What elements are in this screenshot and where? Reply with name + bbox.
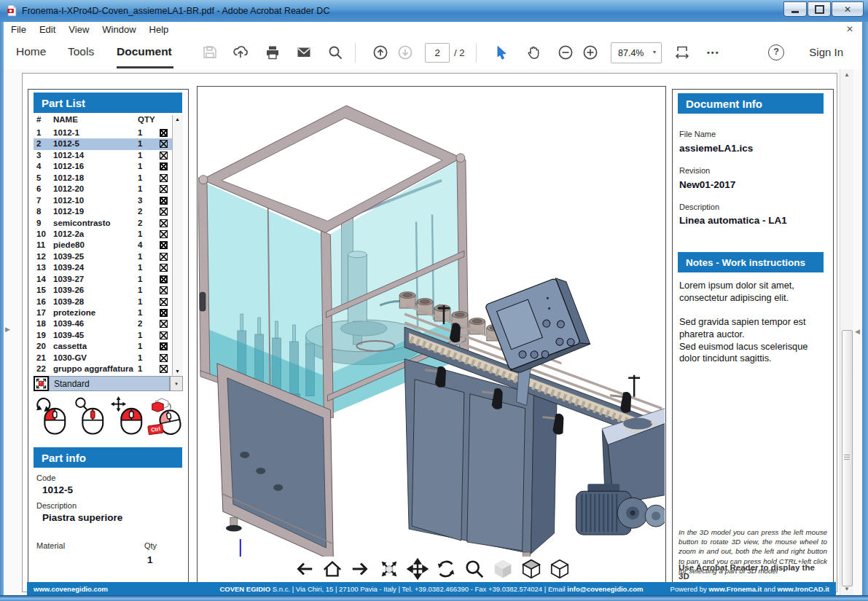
menu-edit[interactable]: Edit [39, 24, 55, 35]
part-visibility-checkbox[interactable] [160, 162, 168, 170]
tab-home[interactable]: Home [16, 45, 46, 58]
tab-tools[interactable]: Tools [68, 45, 94, 58]
page-number-input[interactable]: 2 [425, 43, 450, 63]
dropdown-arrow-icon[interactable]: ▾ [170, 376, 183, 391]
zoom-in-icon[interactable] [582, 44, 598, 60]
scrollbar-thumb[interactable] [842, 330, 853, 586]
part-list-row[interactable]: 31012-141 [34, 150, 173, 161]
zoom-level-select[interactable]: 87.4% ▾ [611, 42, 662, 63]
zoom-fit-icon[interactable] [378, 558, 400, 580]
next-page-icon[interactable] [397, 44, 413, 60]
scroll-up-icon[interactable]: ▲ [173, 117, 182, 122]
sign-in-button[interactable]: Sign In [809, 46, 843, 58]
part-list-row[interactable]: 131039-241 [34, 262, 173, 273]
hand-tool-icon[interactable] [525, 44, 541, 60]
render-solid-icon[interactable] [492, 558, 514, 580]
part-list-row[interactable]: 181039-462 [34, 318, 173, 329]
part-list-row[interactable]: 41012-161 [34, 161, 173, 172]
left-pane-collapse-icon[interactable]: ▶ [5, 326, 10, 333]
pan-icon[interactable] [407, 558, 429, 580]
part-visibility-checkbox[interactable] [160, 320, 168, 328]
part-visibility-checkbox[interactable] [160, 365, 168, 373]
zoom-out-icon[interactable] [558, 44, 574, 60]
forward-view-icon[interactable] [350, 558, 372, 580]
part-list-row[interactable]: 191039-451 [34, 330, 173, 341]
email-icon[interactable] [296, 44, 312, 60]
part-list-row[interactable]: 20cassetta1 [34, 341, 173, 352]
part-visibility-checkbox[interactable] [160, 185, 168, 193]
part-list-row[interactable]: 11piede804 [34, 240, 173, 251]
part-visibility-checkbox[interactable] [160, 309, 168, 317]
part-visibility-checkbox[interactable] [160, 275, 168, 283]
footer-fronema-link[interactable]: www.Fronema.it [708, 585, 762, 593]
part-visibility-checkbox[interactable] [160, 219, 168, 227]
save-icon[interactable] [202, 44, 218, 60]
view-selector[interactable]: Standard ▾ [34, 376, 183, 391]
part-visibility-checkbox[interactable] [160, 342, 168, 350]
help-icon[interactable]: ? [768, 44, 784, 60]
more-tools-icon[interactable]: ••• [707, 48, 720, 57]
maximize-button[interactable] [808, 1, 831, 17]
part-list-row[interactable]: 51012-181 [34, 173, 173, 184]
render-wireframe-icon[interactable] [549, 558, 571, 580]
part-visibility-checkbox[interactable] [160, 208, 168, 216]
previous-page-icon[interactable] [372, 44, 388, 60]
part-list-row[interactable]: 71012-103 [34, 195, 173, 206]
page-fit-icon[interactable] [674, 44, 690, 60]
part-visibility-checkbox[interactable] [160, 152, 168, 160]
part-visibility-checkbox[interactable] [160, 241, 168, 249]
part-list-row[interactable]: 9semicontrasto2 [34, 218, 173, 229]
vertical-scrollbar[interactable]: ▲ ▼ [840, 69, 853, 595]
rotate-icon[interactable] [435, 558, 457, 580]
part-list-row-selected[interactable]: 21012-51 [34, 138, 173, 149]
tab-document[interactable]: Document [117, 45, 172, 58]
part-visibility-checkbox[interactable] [160, 197, 168, 205]
part-list-row[interactable]: 81012-192 [34, 206, 173, 217]
part-visibility-checkbox[interactable] [160, 174, 168, 182]
search-icon[interactable] [327, 44, 343, 60]
part-list-row[interactable]: 101012-2a1 [34, 229, 173, 240]
zoom-tool-icon[interactable] [464, 558, 485, 580]
part-visibility-checkbox[interactable] [160, 264, 168, 272]
part-visibility-checkbox[interactable] [160, 253, 168, 261]
share-upload-icon[interactable] [232, 44, 249, 60]
part-visibility-checkbox[interactable] [160, 331, 168, 339]
part-visibility-checkbox[interactable] [160, 286, 168, 294]
menu-file[interactable]: File [11, 24, 26, 35]
part-visibility-checkbox[interactable] [160, 129, 168, 137]
minimize-button[interactable] [783, 1, 807, 17]
part-list-scrollbar[interactable]: ▲ ▼ [172, 115, 183, 375]
menu-help[interactable]: Help [149, 24, 169, 35]
part-visibility-checkbox[interactable] [160, 354, 168, 362]
close-document-icon[interactable]: ✕ [846, 24, 853, 34]
machine-3d-model[interactable] [198, 87, 665, 557]
part-visibility-checkbox[interactable] [160, 298, 168, 306]
scroll-up-icon[interactable]: ▲ [840, 69, 853, 81]
part-list-row[interactable]: 211030-GV1 [34, 353, 173, 364]
part-list-row[interactable]: 61012-201 [34, 184, 173, 195]
render-shaded-icon[interactable] [520, 558, 542, 580]
scroll-down-icon[interactable]: ▼ [173, 369, 182, 374]
footer-ironcad-link[interactable]: www.IronCAD.it [778, 585, 829, 593]
part-list-row[interactable]: 22gruppo aggraffatura1 [34, 364, 173, 374]
view-selector-value[interactable]: Standard [49, 376, 170, 391]
footer-email-link[interactable]: info@covenegidio.com [567, 585, 643, 593]
close-button[interactable]: ✕ [832, 1, 864, 17]
nav3d-toolbar [198, 556, 665, 582]
select-tool-icon[interactable] [493, 44, 509, 60]
part-visibility-checkbox[interactable] [160, 230, 168, 238]
title-bar[interactable]: Fronema-I-XPro4D-Coven_assiemeLA1-BR.pdf… [0, 0, 868, 23]
part-list-row[interactable]: 151039-261 [34, 285, 173, 296]
back-view-icon[interactable] [293, 558, 315, 580]
part-list-row[interactable]: 141039-271 [34, 274, 173, 285]
menu-view[interactable]: View [69, 24, 89, 35]
part-list-row[interactable]: 11012-11 [34, 127, 173, 138]
part-visibility-checkbox[interactable] [160, 140, 168, 148]
part-list-row[interactable]: 121039-251 [34, 251, 173, 262]
home-view-icon[interactable] [321, 558, 343, 580]
right-pane-collapse-icon[interactable]: ◀ [855, 328, 860, 335]
part-list-row[interactable]: 17protezione1 [34, 307, 173, 318]
print-icon[interactable] [265, 44, 281, 60]
part-list-row[interactable]: 161039-281 [34, 296, 173, 307]
menu-window[interactable]: Window [102, 24, 136, 35]
